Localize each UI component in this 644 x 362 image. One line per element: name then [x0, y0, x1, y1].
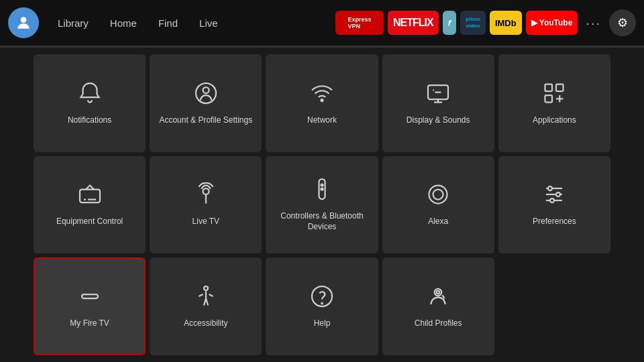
- accessibility-icon: [194, 284, 218, 313]
- controllers-label: Controllers & Bluetooth Devices: [272, 211, 371, 232]
- svg-point-20: [550, 198, 554, 202]
- nav-home[interactable]: Home: [101, 13, 146, 33]
- accessibility-label: Accessibility: [184, 318, 227, 329]
- wifi-icon: [310, 81, 334, 110]
- bell-icon: [78, 81, 102, 110]
- apps-icon: [542, 81, 566, 110]
- svg-point-11: [321, 184, 323, 186]
- svg-point-13: [429, 186, 447, 204]
- svg-rect-7: [545, 95, 553, 103]
- app-freevee[interactable]: f: [443, 11, 456, 35]
- app-imdb[interactable]: IMDb: [490, 11, 522, 35]
- sliders-icon: [542, 182, 566, 211]
- svg-point-14: [433, 190, 443, 200]
- myfiretv-label: My Fire TV: [70, 318, 109, 329]
- grid-item-alexa[interactable]: Alexa: [382, 156, 494, 254]
- applications-label: Applications: [533, 115, 576, 126]
- grid-item-network[interactable]: Network: [266, 54, 378, 152]
- firetv-icon: [78, 284, 102, 313]
- svg-point-24: [321, 303, 323, 304]
- app-expressvpn[interactable]: ExpressVPN: [335, 11, 384, 35]
- svg-point-3: [321, 99, 323, 101]
- remote-icon: [310, 177, 334, 206]
- grid-item-account[interactable]: Account & Profile Settings: [150, 54, 262, 152]
- svg-point-12: [321, 188, 323, 190]
- nav-live[interactable]: Live: [190, 13, 227, 33]
- grid-item-childprofiles[interactable]: Child Profiles: [382, 257, 494, 355]
- grid-item-livetv[interactable]: Live TV: [150, 156, 262, 254]
- svg-point-18: [548, 186, 552, 190]
- svg-point-19: [556, 192, 560, 196]
- grid-item-equipment[interactable]: Equipment Control: [34, 156, 146, 254]
- grid-item-myfiretv[interactable]: My Fire TV: [34, 257, 146, 355]
- livetv-label: Live TV: [193, 217, 219, 227]
- display-sounds-label: Display & Sounds: [407, 115, 470, 126]
- tv-icon: [78, 182, 102, 211]
- preferences-label: Preferences: [533, 217, 576, 227]
- help-label: Help: [314, 318, 331, 329]
- app-netflix[interactable]: NETFLIX: [388, 11, 439, 35]
- childprofiles-label: Child Profiles: [415, 318, 462, 329]
- more-button[interactable]: ···: [582, 13, 605, 34]
- alexa-label: Alexa: [428, 217, 448, 227]
- svg-point-9: [203, 188, 209, 194]
- grid-item-controllers[interactable]: Controllers & Bluetooth Devices: [266, 156, 378, 254]
- svg-point-22: [204, 286, 208, 290]
- svg-rect-5: [545, 84, 553, 91]
- topbar: Library Home Find Live ExpressVPN NETFLI…: [0, 0, 644, 46]
- alexa-icon: [426, 182, 450, 211]
- grid-item-display[interactable]: Display & Sounds: [382, 54, 494, 152]
- nav-find[interactable]: Find: [149, 13, 187, 33]
- settings-grid: Notifications Account & Profile Settings…: [0, 48, 644, 362]
- account-label: Account & Profile Settings: [159, 115, 252, 126]
- svg-point-0: [21, 17, 27, 23]
- equipment-label: Equipment Control: [56, 217, 123, 227]
- svg-rect-21: [82, 294, 98, 298]
- help-icon: [310, 284, 334, 313]
- grid-item-applications[interactable]: Applications: [498, 54, 610, 152]
- avatar[interactable]: [8, 7, 39, 38]
- network-label: Network: [307, 115, 337, 126]
- person-circle-icon: [194, 81, 218, 110]
- svg-point-26: [437, 291, 440, 294]
- app-prime-video[interactable]: primevideo: [460, 11, 486, 35]
- app-youtube[interactable]: ▶ YouTube: [526, 11, 578, 35]
- child-icon: [426, 284, 450, 313]
- grid-item-notifications[interactable]: Notifications: [34, 54, 146, 152]
- settings-button[interactable]: ⚙: [609, 9, 636, 36]
- svg-rect-8: [80, 190, 100, 203]
- display-icon: [426, 81, 450, 110]
- nav-links: Library Home Find Live: [48, 13, 227, 33]
- svg-rect-6: [556, 84, 564, 91]
- nav-library[interactable]: Library: [48, 13, 98, 33]
- grid-item-preferences[interactable]: Preferences: [498, 156, 610, 254]
- notifications-label: Notifications: [68, 115, 111, 126]
- grid-item-accessibility[interactable]: Accessibility: [150, 257, 262, 355]
- svg-point-2: [203, 87, 209, 93]
- app-icons: ExpressVPN NETFLIX f primevideo IMDb ▶ Y…: [335, 9, 636, 36]
- grid-item-help[interactable]: Help: [266, 257, 378, 355]
- antenna-icon: [194, 182, 218, 211]
